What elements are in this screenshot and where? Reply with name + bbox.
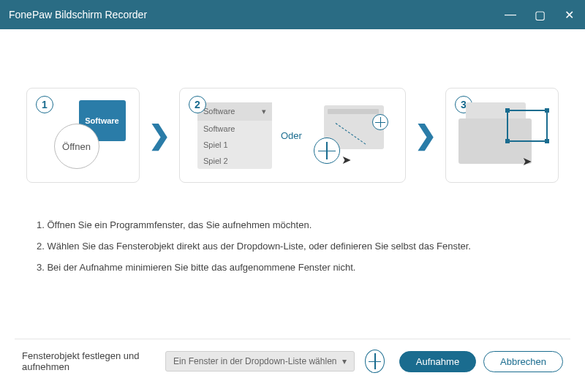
maximize-icon[interactable]: ▢ (532, 8, 547, 22)
step-3-illustration: ➤ (458, 102, 546, 168)
step-1-number: 1 (36, 96, 53, 113)
chevron-right-icon: ❯ (148, 120, 170, 151)
window-select-dropdown[interactable]: Ein Fenster in der Dropdown-Liste wählen… (165, 351, 355, 372)
bottom-label: Fensterobjekt festlegen und aufnehmen (22, 350, 158, 372)
crosshair-small-icon (372, 114, 388, 130)
dropdown-item: Spiel 1 (197, 137, 272, 153)
instructions: 1. Öffnen Sie ein Programmfenster, das S… (15, 219, 570, 283)
dropdown-item: Spiel 2 (197, 153, 272, 169)
chevron-right-icon: ❯ (415, 120, 437, 151)
window-controls: — ▢ ✕ (503, 8, 576, 22)
titlebar: FonePaw Bildschirm Recorder — ▢ ✕ (0, 0, 585, 29)
step-2-card: 2 Software ▾ Software Spiel 1 Spiel 2 Od… (179, 88, 406, 183)
or-label: Oder (281, 130, 302, 141)
cancel-button[interactable]: Abbrechen (483, 351, 563, 372)
selection-box-icon (507, 110, 548, 142)
chevron-down-icon: ▾ (262, 107, 266, 116)
app-title: FonePaw Bildschirm Recorder (9, 9, 503, 20)
step-1-card: 1 Software Öffnen (26, 88, 140, 183)
instruction-line-2: 2. Wählen Sie das Fensterobjekt direkt a… (37, 241, 548, 252)
step-3-card: 3 ➤ (445, 88, 559, 183)
open-circle-label: Öffnen (54, 124, 99, 169)
dropdown-selected: Software (203, 107, 235, 116)
instruction-line-3: 3. Bei der Aufnahme minimieren Sie bitte… (37, 262, 548, 273)
cursor-icon: ➤ (522, 154, 532, 168)
content-area: 1 Software Öffnen ❯ 2 Software ▾ Softwar… (0, 29, 585, 392)
crosshair-big-icon (314, 137, 340, 164)
step-2-number: 2 (189, 96, 206, 113)
dropdown-illustration: Software ▾ Software Spiel 1 Spiel 2 (197, 102, 272, 169)
minimize-icon[interactable]: — (503, 8, 518, 22)
target-illustration: ➤ (311, 102, 391, 168)
step-1-illustration: Software Öffnen (54, 99, 127, 172)
chevron-down-icon: ▾ (342, 356, 347, 366)
cursor-icon: ➤ (341, 153, 351, 167)
crosshair-picker-button[interactable] (365, 350, 384, 373)
dropdown-head: Software ▾ (197, 102, 272, 121)
instruction-line-1: 1. Öffnen Sie ein Programmfenster, das S… (37, 219, 548, 230)
crosshair-icon (369, 355, 380, 368)
dropdown-item: Software (197, 121, 272, 137)
record-button[interactable]: Aufnahme (399, 351, 476, 372)
steps-row: 1 Software Öffnen ❯ 2 Software ▾ Softwar… (15, 88, 570, 183)
bottom-bar: Fensterobjekt festlegen und aufnehmen Ei… (15, 339, 570, 377)
close-icon[interactable]: ✕ (562, 8, 576, 22)
dropdown-placeholder: Ein Fenster in der Dropdown-Liste wählen (173, 356, 336, 366)
